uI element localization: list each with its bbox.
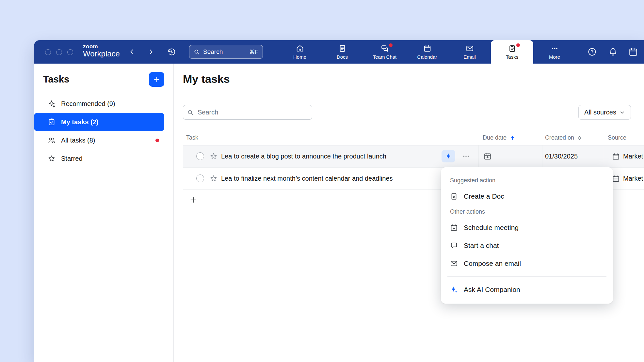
nav-label: Home <box>293 54 306 60</box>
task-checkbox[interactable] <box>196 152 204 160</box>
nav-tasks[interactable]: Tasks <box>491 40 533 64</box>
sort-ascending-icon <box>509 135 516 141</box>
window-minimize-button[interactable] <box>56 49 62 55</box>
forward-button[interactable] <box>145 46 156 57</box>
row-more-button[interactable] <box>460 150 472 162</box>
ai-companion-action-button[interactable] <box>442 150 455 162</box>
docs-icon <box>338 44 346 53</box>
nav-home[interactable]: Home <box>279 40 321 64</box>
column-header-task[interactable]: Task <box>186 130 198 145</box>
source-label: Market <box>623 175 643 182</box>
global-search-placeholder: Search <box>203 48 223 55</box>
task-title: Lea to create a blog post to announce th… <box>221 145 386 167</box>
task-checkbox[interactable] <box>196 174 204 182</box>
notifications-button[interactable] <box>607 46 619 57</box>
created-on-value: 01/30/2025 <box>545 145 578 167</box>
ellipsis-icon <box>462 152 470 160</box>
people-icon <box>48 136 56 144</box>
plus-icon <box>189 196 197 204</box>
window-controls <box>45 49 73 55</box>
task-actions-menu: Suggested action Create a Doc Other acti… <box>441 167 613 304</box>
back-button[interactable] <box>126 46 137 57</box>
source-label: Market <box>623 153 643 160</box>
sidebar-item-label: Recommended (9) <box>61 100 115 108</box>
sidebar-item-starred[interactable]: Starred <box>34 149 164 168</box>
logo-zoom-text: zoom <box>83 43 120 50</box>
history-icon <box>168 48 176 56</box>
chevron-left-icon <box>128 48 136 55</box>
nav-label: Email <box>463 54 476 60</box>
sparkle-icon <box>48 100 56 108</box>
more-icon <box>551 44 559 53</box>
new-task-button[interactable] <box>149 72 164 87</box>
menu-item-create-doc[interactable]: Create a Doc <box>441 187 613 205</box>
zoom-workplace-window: zoom Workplace Search ⌘F Home <box>34 40 644 362</box>
nav-email[interactable]: Email <box>448 40 491 64</box>
team-chat-icon <box>381 44 389 53</box>
chat-icon <box>450 242 458 249</box>
column-header-source[interactable]: Source <box>608 130 626 145</box>
menu-item-schedule-meeting[interactable]: Schedule meeting <box>441 219 613 236</box>
menu-divider <box>447 276 606 277</box>
window-zoom-button[interactable] <box>67 49 73 55</box>
bell-icon <box>608 47 618 56</box>
sidebar-item-all-tasks[interactable]: All tasks (8) <box>34 131 164 149</box>
calendar-icon <box>612 175 620 183</box>
notification-dot <box>516 43 520 47</box>
home-icon <box>296 44 304 53</box>
star-icon <box>48 155 56 162</box>
logo-workplace-text: Workplace <box>83 50 120 58</box>
star-icon[interactable] <box>210 152 217 160</box>
sources-filter-dropdown[interactable]: All sources <box>578 105 631 120</box>
zoom-workplace-logo: zoom Workplace <box>83 43 120 58</box>
primary-nav: Home Docs Team Chat Calendar Email <box>279 40 576 64</box>
star-icon[interactable] <box>210 174 217 182</box>
notification-dot <box>389 43 393 47</box>
nav-label: Docs <box>337 54 348 60</box>
nav-label: Calendar <box>417 54 437 60</box>
sidebar-title: Tasks <box>43 74 69 85</box>
nav-label: More <box>549 54 560 60</box>
history-button[interactable] <box>166 46 177 57</box>
menu-item-compose-email[interactable]: Compose an email <box>441 254 613 272</box>
sidebar-item-label: Starred <box>61 155 83 162</box>
task-row[interactable]: Lea to create a blog post to announce th… <box>183 145 644 168</box>
menu-section-label: Suggested action <box>441 174 613 187</box>
sidebar-item-my-tasks[interactable]: My tasks (2) <box>34 113 164 131</box>
sources-filter-label: All sources <box>584 109 616 116</box>
doc-icon <box>450 192 458 200</box>
nav-calendar[interactable]: Calendar <box>406 40 448 64</box>
nav-docs[interactable]: Docs <box>321 40 363 64</box>
sort-icon <box>577 135 583 141</box>
tasks-icon <box>508 44 516 53</box>
search-icon <box>194 49 200 55</box>
help-icon <box>588 47 597 56</box>
task-search-input[interactable] <box>197 108 308 116</box>
page-title: My tasks <box>183 73 230 85</box>
tasks-sidebar: Tasks Recommended (9) My tasks (2) All t… <box>34 64 174 362</box>
ai-companion-icon <box>450 286 458 294</box>
search-icon <box>187 109 194 116</box>
chevron-down-icon <box>619 110 625 115</box>
mini-calendar-button[interactable] <box>628 46 639 57</box>
help-button[interactable] <box>587 46 598 57</box>
sidebar-item-label: All tasks (8) <box>61 137 95 144</box>
table-header-row: Task Due date Created on Source <box>183 130 644 145</box>
nav-label: Team Chat <box>373 54 397 60</box>
nav-more[interactable]: More <box>533 40 576 64</box>
add-due-date-button[interactable] <box>483 152 492 160</box>
sidebar-list: Recommended (9) My tasks (2) All tasks (… <box>34 95 173 168</box>
task-search <box>183 105 312 120</box>
app-header: zoom Workplace Search ⌘F Home <box>34 40 644 64</box>
nav-label: Tasks <box>506 54 518 60</box>
menu-item-ask-ai-companion[interactable]: Ask AI Companion <box>441 280 613 298</box>
column-header-due-date[interactable]: Due date <box>483 130 516 145</box>
global-search[interactable]: Search ⌘F <box>189 45 263 59</box>
task-title: Lea to finalize next month’s content cal… <box>221 168 393 189</box>
email-icon <box>466 44 474 53</box>
sidebar-item-recommended[interactable]: Recommended (9) <box>34 95 164 113</box>
window-close-button[interactable] <box>45 49 51 55</box>
column-header-created-on[interactable]: Created on <box>545 130 583 145</box>
menu-item-start-chat[interactable]: Start a chat <box>441 236 613 254</box>
nav-team-chat[interactable]: Team Chat <box>363 40 406 64</box>
